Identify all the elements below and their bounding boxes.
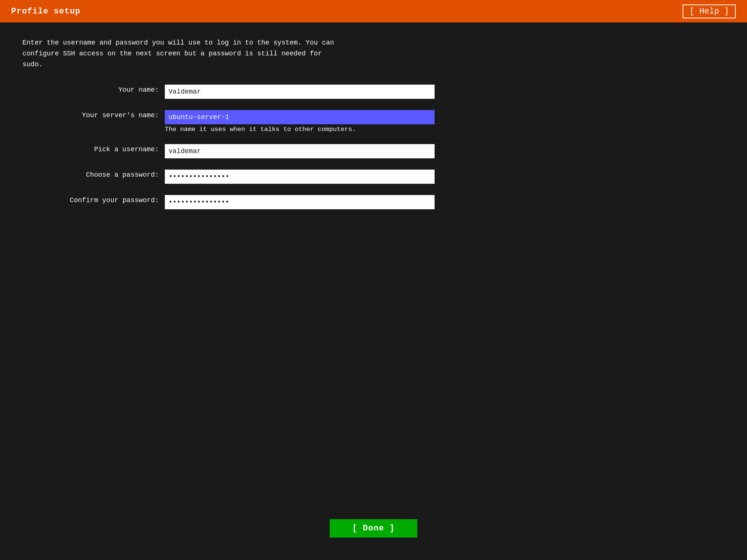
username-row: Pick a username:: [22, 144, 725, 158]
password-label: Choose a password:: [22, 170, 165, 179]
password-row: Choose a password:: [22, 170, 725, 184]
confirm-password-row: Confirm your password:: [22, 195, 725, 209]
confirm-password-input-area: [165, 195, 435, 209]
server-name-input-area: The name it uses when it talks to other …: [165, 110, 435, 133]
your-name-input-area: [165, 85, 435, 99]
help-button[interactable]: [ Help ]: [683, 4, 736, 18]
form: Your name: Your server's name: The name …: [22, 85, 725, 220]
username-label: Pick a username:: [22, 144, 165, 153]
done-button[interactable]: [ Done ]: [330, 519, 417, 538]
your-name-input[interactable]: [165, 85, 435, 99]
confirm-password-input[interactable]: [165, 195, 435, 209]
server-name-hint: The name it uses when it talks to other …: [165, 126, 435, 133]
description-line2: configure SSH access on the next screen …: [22, 48, 435, 59]
description: Enter the username and password you will…: [22, 37, 435, 70]
description-line1: Enter the username and password you will…: [22, 37, 435, 48]
confirm-password-label: Confirm your password:: [22, 195, 165, 204]
footer: [ Done ]: [0, 504, 747, 560]
main-content: Enter the username and password you will…: [0, 22, 747, 504]
password-input[interactable]: [165, 170, 435, 184]
header: Profile setup [ Help ]: [0, 0, 747, 22]
server-name-row: Your server's name: The name it uses whe…: [22, 110, 725, 133]
your-name-label: Your name:: [22, 85, 165, 94]
server-name-input[interactable]: [165, 110, 435, 124]
username-input-area: [165, 144, 435, 158]
password-input-area: [165, 170, 435, 184]
your-name-row: Your name:: [22, 85, 725, 99]
username-input[interactable]: [165, 144, 435, 158]
page-title: Profile setup: [11, 7, 81, 16]
server-name-label: Your server's name:: [22, 110, 165, 119]
description-line3: sudo.: [22, 59, 435, 70]
